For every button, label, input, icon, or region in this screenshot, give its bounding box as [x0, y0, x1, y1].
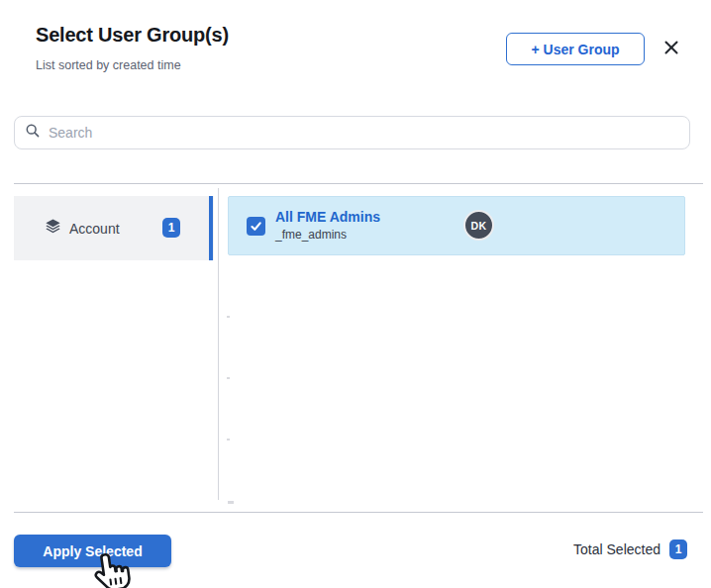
close-button[interactable]: [660, 37, 683, 60]
close-icon: [662, 39, 680, 59]
group-checkbox[interactable]: [247, 217, 265, 236]
search-icon: [25, 123, 41, 143]
group-name: All FME Admins: [275, 209, 380, 225]
search-input[interactable]: [49, 125, 679, 141]
group-row-all-fme-admins[interactable]: All FME Admins _fme_admins DK: [228, 196, 685, 255]
panel-divider: [218, 188, 219, 500]
search-box: [14, 116, 690, 149]
sidebar-item-label: Account: [69, 221, 120, 237]
bottom-divider: [14, 512, 703, 513]
artifact-dot: [228, 501, 234, 504]
sort-hint-text: List sorted by created time: [36, 58, 181, 72]
select-user-group-dialog: Select User Group(s) List sorted by crea…: [0, 0, 711, 588]
top-divider: [14, 183, 703, 184]
add-user-group-button[interactable]: + User Group: [506, 33, 645, 65]
artifact-dot: [227, 439, 230, 441]
apply-selected-button[interactable]: Apply Selected: [14, 535, 171, 567]
group-id: _fme_admins: [275, 228, 347, 242]
layers-icon: [44, 217, 62, 240]
artifact-dot: [227, 316, 230, 318]
total-selected: Total Selected 1: [573, 539, 687, 559]
sidebar-item-account[interactable]: Account 1: [14, 196, 214, 260]
page-title: Select User Group(s): [36, 24, 229, 47]
account-count-badge: 1: [162, 218, 180, 238]
total-selected-badge: 1: [669, 539, 687, 559]
total-selected-label: Total Selected: [573, 541, 660, 557]
selected-indicator-bar: [209, 196, 213, 260]
artifact-dot: [227, 377, 230, 379]
avatar: DK: [463, 210, 494, 241]
